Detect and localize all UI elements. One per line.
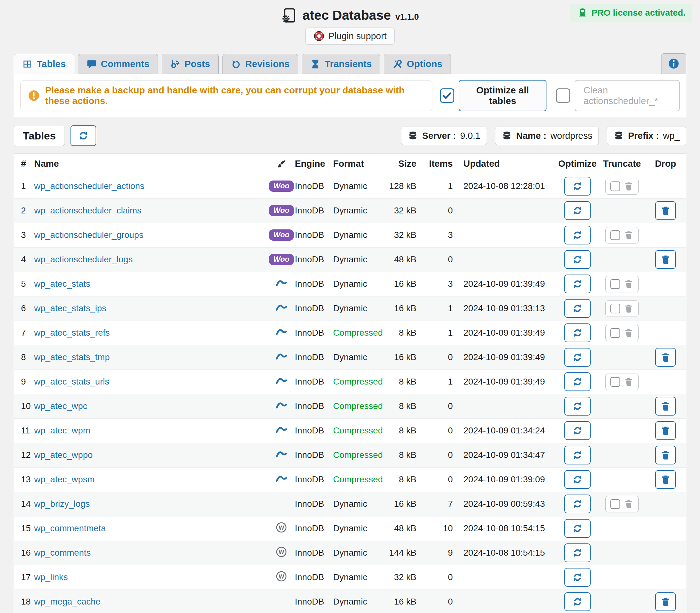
optimize-button[interactable] [564,568,591,587]
drop-button[interactable] [655,348,676,367]
refresh-icon [572,181,583,192]
optimize-button[interactable] [564,470,591,489]
items-cell: 3 [423,223,459,247]
tab-posts[interactable]: Posts [162,54,219,74]
optimize-button[interactable] [564,544,591,562]
table-row: 18 wp_mega_cache InnoDB Dynamic 16 kB 0 [14,589,686,613]
optimize-button[interactable] [564,177,591,196]
truncate-checkbox[interactable] [610,499,620,509]
table-name-link[interactable]: wp_atec_stats_refs [34,328,110,338]
table-name-link[interactable]: wp_atec_wpc [34,401,88,411]
truncate-control[interactable] [605,227,638,244]
database-icon [613,131,624,141]
clean-actionscheduler-checkbox[interactable] [556,88,570,103]
optimize-button[interactable] [564,372,591,391]
row-number: 4 [14,247,34,272]
plugin-support-button[interactable]: Plugin support [305,28,394,44]
table-row: 13 wp_atec_wpsm InnoDB Compressed 8 kB 0… [14,467,686,492]
drop-button[interactable] [655,470,676,489]
refresh-icon [572,230,583,241]
truncate-control[interactable] [605,276,638,292]
clean-actionscheduler-field[interactable]: Clean actionscheduler_* [574,80,679,111]
truncate-checkbox[interactable] [610,328,620,338]
truncate-control[interactable] [605,300,638,317]
engine-cell: InnoDB [295,272,333,296]
table-name-link[interactable]: wp_comments [34,548,91,558]
tab-revisions[interactable]: Revisions [223,54,298,74]
optimize-button[interactable] [564,250,591,269]
items-cell: 0 [423,418,459,443]
tab-transients[interactable]: Transients [302,54,380,74]
trash-icon [624,230,634,240]
optimize-button[interactable] [564,421,591,440]
notice-panel: Please make a backup and handle with car… [14,74,686,117]
table-name-link[interactable]: wp_atec_wpsm [34,474,95,484]
engine-cell: InnoDB [295,589,333,613]
optimize-button[interactable] [564,201,591,220]
table-name-link[interactable]: wp_brizy_logs [34,499,90,509]
tables-toolbar: Tables Server : 9.0.1 Name : wordpress P… [14,125,686,146]
source-cell: Woo [268,198,295,223]
row-number: 1 [14,174,34,198]
items-cell: 0 [423,198,459,223]
format-cell: Compressed [333,443,389,467]
updated-cell [459,198,556,223]
table-name-link[interactable]: wp_actionscheduler_groups [34,230,144,240]
truncate-checkbox[interactable] [610,279,620,289]
source-cell [268,565,295,589]
optimize-button[interactable] [564,397,591,416]
truncate-checkbox[interactable] [610,230,620,240]
drop-button[interactable] [655,397,676,416]
drop-button[interactable] [655,592,676,611]
truncate-control[interactable] [605,374,638,390]
atec-swoosh-icon [275,301,288,314]
optimize-button[interactable] [564,323,591,342]
optimize-button[interactable] [564,348,591,367]
info-button[interactable] [661,53,686,74]
truncate-checkbox[interactable] [610,304,620,313]
format-cell: Compressed [333,321,389,345]
optimize-button[interactable] [564,495,591,513]
tab-options[interactable]: Options [384,54,451,74]
optimize-button[interactable] [564,519,591,538]
table-name-link[interactable]: wp_atec_stats_tmp [34,352,110,362]
table-name-link[interactable]: wp_atec_wpm [34,426,90,435]
refresh-tables-button[interactable] [70,125,96,146]
table-name-link[interactable]: wp_actionscheduler_actions [34,181,144,191]
optimize-button[interactable] [564,446,591,465]
table-name-link[interactable]: wp_atec_wppo [34,450,93,460]
optimize-button[interactable] [564,299,591,318]
table-name-link[interactable]: wp_atec_stats_urls [34,377,109,387]
engine-cell: InnoDB [295,223,333,247]
drop-button[interactable] [655,421,676,440]
drop-button[interactable] [655,201,676,220]
truncate-control[interactable] [605,496,638,512]
drop-button[interactable] [655,446,676,465]
table-row: 16 wp_comments InnoDB Dynamic 144 kB 9 2… [14,540,686,565]
table-name-link[interactable]: wp_atec_stats [34,279,90,289]
optimize-all-checkbox[interactable] [440,88,454,103]
drop-button[interactable] [655,250,676,269]
truncate-control[interactable] [605,325,638,341]
engine-cell: InnoDB [295,296,333,321]
truncate-control[interactable] [605,178,638,195]
atec-swoosh-icon [275,399,288,412]
engine-cell: InnoDB [295,492,333,516]
optimize-all-button[interactable]: Optimize all tables [459,80,546,111]
truncate-checkbox[interactable] [610,181,620,191]
table-name-link[interactable]: wp_links [34,572,68,582]
source-cell [268,296,295,321]
optimize-button[interactable] [564,275,591,294]
optimize-button[interactable] [564,226,591,245]
optimize-button[interactable] [564,592,591,611]
woo-badge: Woo [269,230,294,241]
table-name-link[interactable]: wp_atec_stats_ips [34,303,106,313]
table-name-link[interactable]: wp_actionscheduler_claims [34,206,141,215]
row-number: 14 [14,492,34,516]
truncate-checkbox[interactable] [610,377,620,387]
table-name-link[interactable]: wp_mega_cache [34,597,101,607]
table-name-link[interactable]: wp_commentmeta [34,523,106,533]
tab-comments[interactable]: Comments [78,54,158,74]
table-name-link[interactable]: wp_actionscheduler_logs [34,255,133,264]
tab-tables[interactable]: Tables [14,54,74,74]
